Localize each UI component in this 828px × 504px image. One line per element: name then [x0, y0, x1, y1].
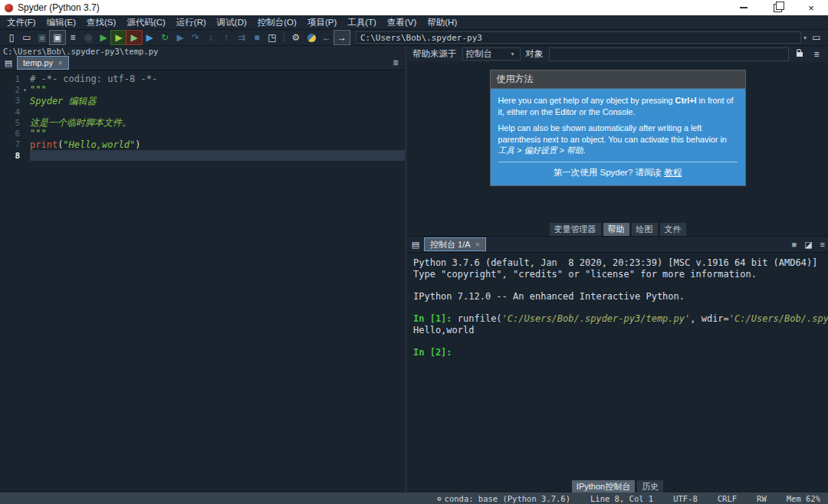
forward-icon: → [337, 33, 347, 42]
menu-item[interactable]: 项目(P) [302, 17, 342, 28]
status-item: UTF-8 [673, 494, 698, 503]
tab-console-1a[interactable]: 控制台 1/A × [424, 237, 486, 251]
line-number[interactable]: 1 [0, 74, 20, 84]
menu-item[interactable]: 工具(T) [342, 17, 382, 28]
tab-帮助[interactable]: 帮助 [603, 223, 629, 236]
line-number[interactable]: 6 [0, 129, 20, 139]
editor-browse-tabs-button[interactable]: ▤ [0, 58, 17, 68]
workdir-dropdown-icon[interactable]: ▾ [803, 34, 807, 41]
rerun-cell-button[interactable]: ▶ [142, 31, 157, 44]
editor-options-button[interactable]: ≡ [386, 57, 405, 68]
interrupt-kernel-button[interactable]: ■ [792, 240, 797, 249]
tab-变量管理器[interactable]: 变量管理器 [550, 223, 601, 236]
minimize-button[interactable] [727, 0, 761, 15]
tab-绘图[interactable]: 绘图 [632, 223, 658, 236]
run-file-button[interactable]: ▶ [96, 31, 111, 44]
step-icon: ↷ [192, 33, 199, 42]
code-text: print("Hello,world") [30, 139, 405, 150]
new-file-button[interactable]: ▯ [4, 31, 19, 44]
tab-IPython控制台[interactable]: IPython控制台 [572, 480, 635, 493]
forward-button[interactable]: → [334, 31, 350, 44]
continue-button[interactable]: ⇉ [234, 31, 249, 44]
open-file-button[interactable]: ▭ [19, 31, 34, 44]
help-header: 帮助来源于 控制台 ▾ 对象 ≡ [407, 46, 828, 62]
maximize-pane-icon: ◳ [268, 33, 276, 42]
step-out-button[interactable]: ↑ [219, 31, 234, 44]
step-into-button[interactable]: ↓ [203, 31, 219, 44]
menubar: 文件(F)编辑(E)查找(S)源代码(C)运行(R)调试(D)控制台(O)项目(… [0, 15, 828, 30]
console-line: Type "copyright", "credits" or "license"… [413, 269, 822, 280]
line-number[interactable]: 5 [0, 118, 20, 128]
console-line: In [2]: [413, 347, 822, 358]
code-editor[interactable]: 1# -*- coding: utf-8 -*-2▾"""3Spyder 编辑器… [0, 70, 405, 493]
usage-footer: 第一次使用 Spyder? 请阅读 教程 [498, 167, 738, 178]
restore-button[interactable] [761, 0, 794, 15]
console-tabbar: ▤ 控制台 1/A × ■ ◪ ≡ [407, 237, 828, 253]
save-all-button[interactable]: ▣ [50, 31, 65, 44]
preferences-button[interactable]: ⚙ [288, 31, 304, 44]
rerun-cell-icon: ▶ [146, 33, 153, 42]
code-text [30, 150, 405, 161]
menu-item[interactable]: 编辑(E) [41, 17, 81, 28]
console-output[interactable]: Python 3.7.6 (default, Jan 8 2020, 20:23… [407, 253, 828, 480]
file-switcher-button[interactable]: ≡ [65, 31, 80, 44]
tab-close-icon[interactable]: × [58, 58, 62, 67]
stop-button[interactable]: ■ [249, 31, 264, 44]
line-number[interactable]: 7 [0, 139, 20, 149]
console-line [413, 335, 822, 347]
clear-console-button[interactable]: ◪ [804, 240, 812, 250]
editor-line: 5这是一个临时脚本文件。 [0, 117, 405, 128]
line-number[interactable]: 3 [0, 96, 20, 106]
browse-directory-button[interactable]: ▭ [809, 31, 824, 44]
tab-历史[interactable]: 历史 [637, 480, 663, 493]
menu-item[interactable]: 源代码(C) [121, 17, 170, 28]
menu-item[interactable]: 调试(D) [212, 17, 252, 28]
preferences-icon: ⚙ [292, 33, 301, 42]
toolbar-tools-group: ⚙←→ [288, 31, 350, 44]
status-item: Mem 62% [787, 494, 820, 503]
browse-tabs-icon: ▤ [5, 58, 12, 67]
menu-item[interactable]: 查看(V) [382, 17, 422, 28]
maximize-pane-button[interactable]: ◳ [264, 31, 280, 44]
close-button[interactable]: × [794, 0, 828, 15]
console-browse-tabs-button[interactable]: ▤ [407, 240, 424, 250]
debug-file-button[interactable]: ▶ [172, 31, 188, 44]
fold-marker-icon[interactable]: ▾ [20, 87, 30, 93]
step-into-icon: ↓ [209, 33, 213, 42]
run-cell-button[interactable]: ▶ [111, 31, 127, 44]
help-object-input[interactable] [549, 47, 790, 61]
symbol-finder-button[interactable]: ◎ [80, 31, 96, 44]
lock-icon[interactable] [797, 52, 803, 57]
console-options-button[interactable]: ≡ [820, 240, 825, 249]
code-text: # -*- coding: utf-8 -*- [30, 74, 405, 84]
step-button[interactable]: ↷ [188, 31, 203, 44]
working-directory-input[interactable] [356, 31, 801, 44]
tab-close-icon[interactable]: × [475, 240, 480, 249]
menu-item[interactable]: 帮助(H) [422, 17, 462, 28]
run-cell-advance-button[interactable]: ▶ [127, 31, 142, 44]
help-options-button[interactable]: ≡ [810, 49, 823, 60]
spyder-logo-icon [5, 4, 13, 12]
menu-item[interactable]: 查找(S) [81, 17, 121, 28]
symbol-finder-icon: ◎ [84, 33, 92, 42]
save-file-button[interactable]: ▣ [34, 31, 50, 44]
tutorial-link[interactable]: 教程 [664, 168, 682, 177]
pythonpath-button[interactable] [304, 31, 319, 44]
gear-icon: ⚙ [437, 495, 441, 502]
help-pane-tabs: 变量管理器帮助绘图文件 [407, 222, 828, 236]
run-selection-button[interactable]: ↻ [157, 31, 172, 44]
line-number[interactable]: 4 [0, 107, 20, 117]
menu-item[interactable]: 运行(R) [171, 17, 212, 28]
line-number[interactable]: 2 [0, 85, 20, 95]
tab-label: temp.py [23, 58, 53, 67]
back-button[interactable]: ← [319, 31, 334, 44]
line-number[interactable]: 8 [0, 151, 20, 161]
help-pane: 帮助来源于 控制台 ▾ 对象 ≡ 使用方法 Here you can get h… [407, 46, 828, 237]
tab-文件[interactable]: 文件 [660, 223, 686, 236]
tab-temp-py[interactable]: temp.py × [17, 56, 69, 70]
menu-item[interactable]: 控制台(O) [252, 17, 302, 28]
usage-box: 使用方法 Here you can get help of any object… [490, 70, 746, 186]
help-source-label: 帮助来源于 [412, 48, 457, 60]
help-source-select[interactable]: 控制台 ▾ [462, 47, 521, 61]
menu-item[interactable]: 文件(F) [2, 17, 41, 28]
